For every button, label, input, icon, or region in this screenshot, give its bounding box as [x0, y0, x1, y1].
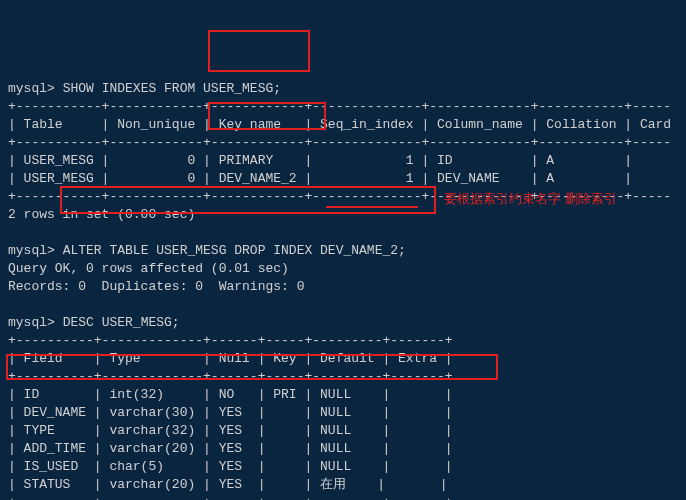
result-rowcount: 2 rows in set (0.00 sec) — [8, 207, 195, 222]
desc-row-id: | ID | int(32) | NO | PRI | NULL | | — [8, 387, 453, 402]
table-border: +----------+-------------+------+-----+-… — [8, 495, 453, 500]
sql-command-show-indexes: SHOW INDEXES FROM USER_MESG; — [63, 81, 281, 96]
desc-row-addtime: | ADD_TIME | varchar(20) | YES | | NULL … — [8, 441, 453, 456]
table-border: +-----------+------------+------------+-… — [8, 135, 671, 150]
desc-row-isused: | IS_USED | char(5) | YES | | NULL | | — [8, 459, 453, 474]
table-border: +-----------+------------+------------+-… — [8, 99, 671, 114]
indexes-row-primary: | USER_MESG | 0 | PRIMARY | 1 | ID | A | — [8, 153, 671, 168]
indexes-row-devname2: | USER_MESG | 0 | DEV_NAME_2 | 1 | DEV_N… — [8, 171, 671, 186]
query-ok-line: Query OK, 0 rows affected (0.01 sec) — [8, 261, 289, 276]
indexes-header-row: | Table | Non_unique | Key_name | Seq_in… — [8, 117, 671, 132]
records-line: Records: 0 Duplicates: 0 Warnings: 0 — [8, 279, 304, 294]
desc-row-type: | TYPE | varchar(32) | YES | | NULL | | — [8, 423, 453, 438]
table-border: +----------+-------------+------+-----+-… — [8, 333, 453, 348]
desc-row-devname: | DEV_NAME | varchar(30) | YES | | NULL … — [8, 405, 453, 420]
mysql-prompt: mysql> — [8, 243, 55, 258]
mysql-prompt: mysql> — [8, 81, 55, 96]
desc-row-status: | STATUS | varchar(20) | YES | | 在用 | | — [8, 477, 447, 492]
highlight-underline-devname2 — [326, 206, 418, 208]
sql-command-desc: DESC USER_MESG; — [63, 315, 180, 330]
desc-header-row: | Field | Type | Null | Key | Default | … — [8, 351, 453, 366]
annotation-text: 要根据索引约束名字 删除索引 — [444, 190, 617, 208]
highlight-box-keyname-header — [208, 30, 310, 72]
mysql-prompt: mysql> — [8, 315, 55, 330]
sql-command-alter-drop-index: ALTER TABLE USER_MESG DROP INDEX DEV_NAM… — [63, 243, 406, 258]
table-border: +----------+-------------+------+-----+-… — [8, 369, 453, 384]
